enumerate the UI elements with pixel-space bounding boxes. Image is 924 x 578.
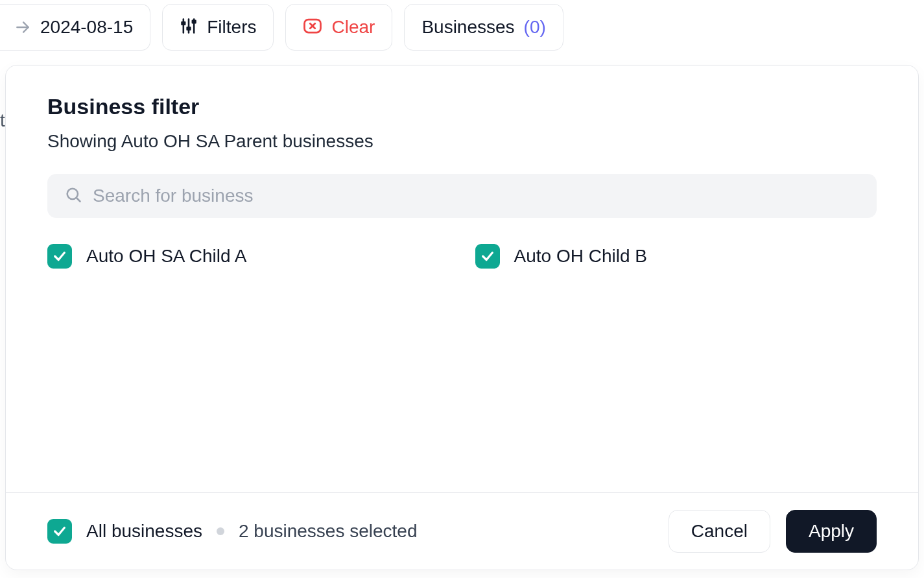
business-list: Auto OH SA Child A Auto OH Child B <box>47 244 877 269</box>
checkbox-checked[interactable] <box>47 244 72 269</box>
search-container[interactable] <box>47 174 877 218</box>
business-label: Auto OH SA Child A <box>86 246 246 267</box>
sliders-icon <box>180 17 198 38</box>
business-item[interactable]: Auto OH SA Child A <box>47 244 449 269</box>
selected-count-text: 2 businesses selected <box>239 521 418 542</box>
modal-footer: All businesses 2 businesses selected Can… <box>6 492 918 570</box>
separator-dot-icon <box>217 527 224 535</box>
toolbar: 2024-08-15 Filters Clear Businesses (0) <box>0 0 924 54</box>
business-item[interactable]: Auto OH Child B <box>475 244 877 269</box>
date-pill[interactable]: 2024-08-15 <box>0 4 150 51</box>
clear-icon <box>303 16 322 39</box>
svg-rect-2 <box>182 22 185 25</box>
modal-title: Business filter <box>47 94 877 119</box>
business-filter-modal: Business filter Showing Auto OH SA Paren… <box>5 65 919 570</box>
all-businesses-checkbox[interactable] <box>47 519 72 544</box>
all-businesses-label: All businesses <box>86 521 202 542</box>
clear-button[interactable]: Clear <box>285 4 392 51</box>
businesses-label: Businesses <box>421 18 514 36</box>
date-value: 2024-08-15 <box>40 18 133 36</box>
background-partial-text: t <box>0 110 5 131</box>
modal-subtitle: Showing Auto OH SA Parent businesses <box>47 131 877 152</box>
svg-line-10 <box>77 198 80 201</box>
svg-rect-6 <box>193 20 196 22</box>
footer-left: All businesses 2 businesses selected <box>47 519 418 544</box>
checkbox-checked[interactable] <box>475 244 500 269</box>
footer-right: Cancel Apply <box>669 510 877 553</box>
business-label: Auto OH Child B <box>514 246 647 267</box>
filters-button[interactable]: Filters <box>162 4 274 51</box>
apply-button[interactable]: Apply <box>786 510 877 553</box>
cancel-button[interactable]: Cancel <box>669 510 770 553</box>
businesses-count: (0) <box>524 18 546 36</box>
clear-label: Clear <box>331 18 375 36</box>
search-input[interactable] <box>93 186 860 206</box>
businesses-button[interactable]: Businesses (0) <box>404 4 563 51</box>
svg-rect-4 <box>187 27 191 30</box>
modal-body: Business filter Showing Auto OH SA Paren… <box>6 66 918 492</box>
arrow-right-icon <box>14 19 31 36</box>
filters-label: Filters <box>207 18 256 36</box>
search-icon <box>64 186 82 206</box>
